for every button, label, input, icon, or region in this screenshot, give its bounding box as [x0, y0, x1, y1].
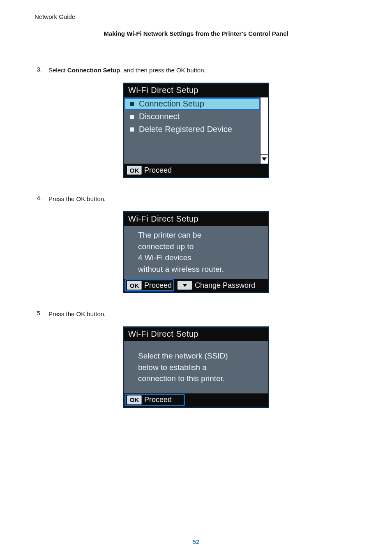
chevron-down-icon	[183, 284, 187, 287]
menu-item-label: Disconnect	[139, 112, 180, 121]
step-number: 5.	[35, 310, 42, 317]
printer-screen-1: Wi-Fi Direct Setup Connection Setup Disc…	[123, 83, 269, 178]
down-key-icon	[178, 281, 192, 290]
hint-ok-proceed: OK Proceed	[125, 280, 173, 291]
hint-ok-proceed: OK Proceed	[125, 395, 184, 405]
hint-label: Proceed	[144, 395, 172, 404]
step-number: 3.	[35, 66, 42, 73]
screen-title: Wi-Fi Direct Setup	[124, 84, 268, 97]
message-line: connected up to	[138, 241, 263, 252]
menu-item-label: Delete Registered Device	[139, 125, 232, 134]
hint-label: Proceed	[144, 281, 172, 290]
printer-screen-2: Wi-Fi Direct Setup The printer can be co…	[123, 211, 269, 293]
step-text-pre: Press the OK button.	[48, 310, 106, 317]
menu-item-disconnect[interactable]: Disconnect	[124, 110, 261, 123]
ok-key-icon: OK	[127, 166, 142, 175]
step-text-pre: Press the OK button.	[48, 195, 106, 202]
message-line: 4 Wi-Fi devices	[138, 252, 263, 264]
page-number: 52	[0, 538, 392, 545]
printer-screen-3: Wi-Fi Direct Setup Select the network (S…	[123, 326, 269, 408]
menu-item-connection-setup[interactable]: Connection Setup	[124, 97, 261, 110]
menu-item-empty	[124, 136, 261, 150]
message-line: The printer can be	[138, 229, 263, 241]
message-line: Select the network (SSID)	[138, 350, 263, 362]
hint-ok-proceed: OK Proceed	[125, 165, 173, 176]
menu-item-empty	[124, 150, 261, 164]
chevron-down-icon	[262, 157, 267, 161]
ok-key-icon: OK	[127, 395, 142, 405]
message-line: connection to this printer.	[138, 373, 263, 384]
bullet-icon	[130, 102, 134, 106]
screen-title: Wi-Fi Direct Setup	[124, 213, 268, 226]
hint-label: Change Password	[195, 281, 255, 290]
menu-item-label: Connection Setup	[139, 99, 204, 109]
document-title: Network Guide	[35, 13, 357, 20]
bullet-icon	[130, 115, 134, 119]
step-text: Select Connection Setup, and then press …	[48, 66, 357, 74]
section-header: Making Wi-Fi Network Settings from the P…	[35, 30, 357, 37]
step-number: 4.	[35, 194, 42, 201]
hint-label: Proceed	[144, 166, 172, 175]
step-text-pre: Select	[48, 67, 67, 74]
step-text: Press the OK button.	[48, 194, 357, 203]
scroll-down-button[interactable]	[261, 154, 268, 164]
ok-key-icon: OK	[127, 281, 142, 290]
scrollbar[interactable]	[260, 97, 268, 164]
screen-title: Wi-Fi Direct Setup	[124, 328, 268, 341]
step-text-post: , and then press the OK button.	[120, 67, 205, 74]
message-line: below to establish a	[138, 362, 263, 373]
screen-message: Select the network (SSID) below to estab…	[124, 341, 268, 393]
bullet-icon	[130, 127, 134, 132]
message-line: without a wireless router.	[138, 264, 263, 275]
hint-change-password: Change Password	[176, 280, 257, 291]
step-text: Press the OK button.	[48, 310, 357, 318]
menu-item-delete-registered-device[interactable]: Delete Registered Device	[124, 123, 261, 136]
step-text-bold: Connection Setup	[67, 67, 120, 74]
screen-message: The printer can be connected up to 4 Wi-…	[124, 226, 268, 279]
